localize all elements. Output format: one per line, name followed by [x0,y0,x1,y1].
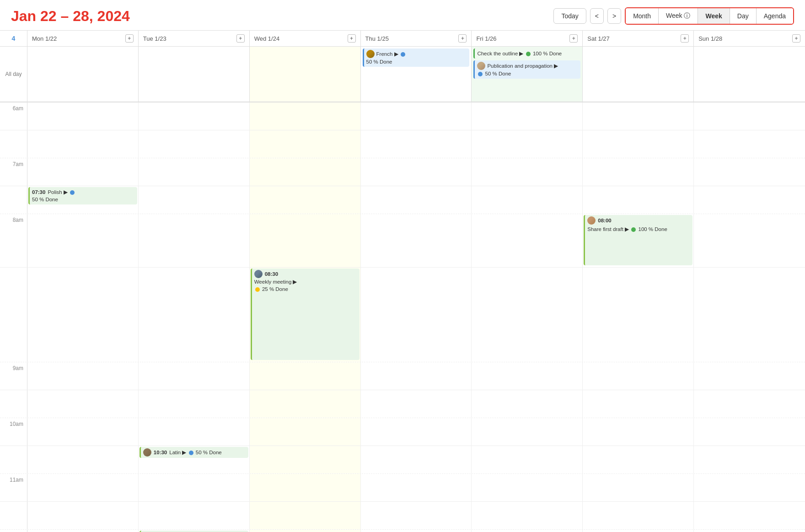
timecell-tue-9am[interactable] [139,362,250,390]
timecell-sat-11_30[interactable] [583,502,694,529]
timecell-wed-10_30[interactable] [250,446,361,473]
today-button[interactable]: Today [553,8,586,24]
timecell-sat-6am[interactable] [583,102,694,130]
view-day-button[interactable]: Day [730,8,757,24]
timecell-fri-8_30[interactable] [472,268,583,362]
timecell-sat-10am[interactable] [583,418,694,446]
timecell-sun-8am[interactable] [694,214,805,267]
view-month-button[interactable]: Month [626,8,659,24]
timecell-thu-12pm[interactable] [361,530,472,532]
timecell-sat-11am[interactable] [583,474,694,501]
timecell-fri-7am[interactable] [472,158,583,186]
timecell-fri-12pm[interactable] [472,530,583,532]
timecell-mon-12pm[interactable] [27,530,139,532]
allday-cell-tue[interactable] [139,47,250,102]
timecell-sun-6am[interactable] [694,102,805,130]
timecell-sun-8_30[interactable] [694,268,805,362]
timecell-fri-11am[interactable] [472,474,583,501]
timecell-sun-6_30[interactable] [694,130,805,158]
timecell-mon-10_30[interactable] [27,446,139,473]
timecell-thu-10_30[interactable] [361,446,472,473]
timecell-wed-10am[interactable] [250,418,361,446]
timecell-wed-7_30[interactable] [250,186,361,214]
add-sat-button[interactable]: + [681,34,689,43]
allday-cell-thu[interactable]: French ▶ 50 % Done [361,47,472,102]
timecell-wed-8am[interactable] [250,214,361,267]
timecell-mon-6am[interactable] [27,102,139,130]
timecell-thu-11_30[interactable] [361,502,472,529]
timecell-sat-12pm[interactable] [583,530,694,532]
timecell-mon-9_30[interactable] [27,390,139,418]
event-latin[interactable]: 10:30 Latin ▶ 50 % Done [140,447,248,458]
timecell-thu-8am[interactable] [361,214,472,267]
timecell-mon-9am[interactable] [27,362,139,390]
allday-cell-sun[interactable] [694,47,805,102]
allday-cell-wed[interactable] [250,47,361,102]
timecell-fri-6_30[interactable] [472,130,583,158]
timecell-sun-7_30[interactable] [694,186,805,214]
timecell-tue-6am[interactable] [139,102,250,130]
timecell-wed-9am[interactable] [250,362,361,390]
timecell-tue-12pm[interactable]: ⚠ 12:00 German ▶ 50 % [139,530,250,532]
timecell-sun-9am[interactable] [694,362,805,390]
timecell-wed-8_30[interactable]: 08:30 Weekly meeting ▶ 25 % Done [250,268,361,362]
timecell-mon-6_30[interactable] [27,130,139,158]
allday-cell-sat[interactable] [583,47,694,102]
view-agenda-button[interactable]: Agenda [757,8,793,24]
timecell-sat-10_30[interactable] [583,446,694,473]
timecell-sun-11am[interactable] [694,474,805,501]
timecell-tue-8am[interactable] [139,214,250,267]
timecell-tue-7am[interactable] [139,158,250,186]
timecell-tue-8_30[interactable] [139,268,250,362]
timecell-sun-9_30[interactable] [694,390,805,418]
timecell-sat-9am[interactable] [583,362,694,390]
timecell-sun-7am[interactable] [694,158,805,186]
timecell-thu-6am[interactable] [361,102,472,130]
timecell-mon-7_30[interactable]: 07:30 Polish ▶ 50 % Done [27,186,139,214]
timecell-tue-6_30[interactable] [139,130,250,158]
timecell-mon-7am[interactable] [27,158,139,186]
add-thu-button[interactable]: + [458,34,467,43]
timecell-fri-11_30[interactable] [472,502,583,529]
timecell-tue-11_30[interactable] [139,502,250,529]
allday-event-outline[interactable]: Check the outline ▶ 100 % Done [473,48,580,59]
add-tue-button[interactable]: + [236,34,245,43]
timecell-sun-10am[interactable] [694,418,805,446]
timecell-fri-8am[interactable] [472,214,583,267]
event-polish[interactable]: 07:30 Polish ▶ 50 % Done [28,187,137,204]
timecell-wed-12pm[interactable] [250,530,361,532]
timecell-fri-7_30[interactable] [472,186,583,214]
timecell-fri-6am[interactable] [472,102,583,130]
event-weekly-meeting[interactable]: 08:30 Weekly meeting ▶ 25 % Done [251,269,360,360]
timecell-fri-9am[interactable] [472,362,583,390]
timecell-thu-10am[interactable] [361,418,472,446]
timecell-wed-9_30[interactable] [250,390,361,418]
timecell-wed-6am[interactable] [250,102,361,130]
timecell-thu-6_30[interactable] [361,130,472,158]
view-week-button[interactable]: Week [698,8,730,24]
add-wed-button[interactable]: + [348,34,356,43]
timecell-mon-8_30[interactable] [27,268,139,362]
timecell-thu-7am[interactable] [361,158,472,186]
add-mon-button[interactable]: + [125,34,134,43]
timecell-mon-10am[interactable] [27,418,139,446]
timecell-wed-11_30[interactable] [250,502,361,529]
timecell-mon-8am[interactable] [27,214,139,267]
add-sun-button[interactable]: + [792,34,800,43]
timecell-tue-11am[interactable] [139,474,250,501]
view-week-clock-button[interactable]: Week ⓘ [659,8,698,24]
timecell-sat-9_30[interactable] [583,390,694,418]
timecell-sat-8_30[interactable] [583,268,694,362]
timecell-tue-10_30[interactable]: 10:30 Latin ▶ 50 % Done [139,446,250,473]
timecell-tue-10am[interactable] [139,418,250,446]
timecell-sun-12pm[interactable] [694,530,805,532]
next-button[interactable]: > [607,8,621,24]
timecell-thu-9_30[interactable] [361,390,472,418]
timecell-wed-11am[interactable] [250,474,361,501]
timecell-fri-9_30[interactable] [472,390,583,418]
timecell-fri-10_30[interactable] [472,446,583,473]
timecell-tue-7_30[interactable] [139,186,250,214]
timecell-fri-10am[interactable] [472,418,583,446]
timecell-sat-7am[interactable] [583,158,694,186]
event-share-draft[interactable]: 08:00 Share first draft ▶ 100 % Done [584,215,692,265]
